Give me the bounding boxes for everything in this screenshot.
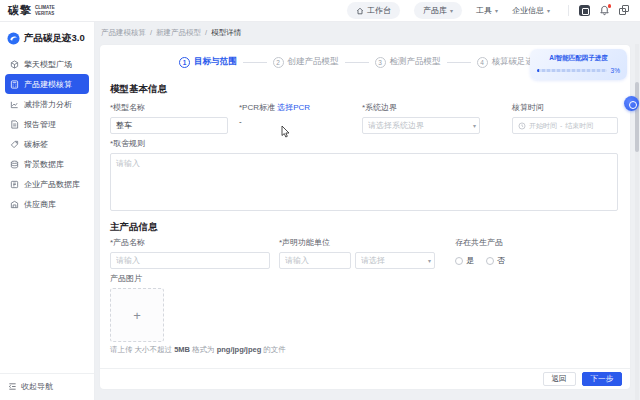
notification-bell-icon[interactable]	[599, 5, 610, 16]
nav-enterprise-info-label: 企业信息	[512, 5, 544, 16]
model-name-input[interactable]	[110, 117, 228, 134]
nav-tools[interactable]: 工具 ▾	[476, 5, 498, 16]
breadcrumb-item[interactable]: 新建产品模型	[156, 28, 201, 38]
main-content: 产品建模核算 / 新建产品模型 / 模型详情 1 目标与范围 2 创建产品模型 …	[95, 22, 640, 400]
cutoff-rule-textarea[interactable]	[110, 153, 618, 211]
carbon-label-icon	[10, 140, 19, 149]
sidebar-item-carbon-label[interactable]: 碳标签	[5, 134, 89, 154]
app-center-icon[interactable]	[579, 5, 590, 16]
sidebar-item-label: 减排潜力分析	[24, 99, 72, 110]
step-goal-scope[interactable]: 1 目标与范围	[179, 56, 237, 68]
app-logo-icon	[7, 32, 20, 45]
collapse-nav-button[interactable]: 收起导航	[0, 373, 94, 400]
product-name-input[interactable]	[110, 252, 270, 269]
system-boundary-select[interactable]: ▾	[362, 117, 480, 134]
sidebar-item-label: 报告管理	[24, 119, 56, 130]
step-label: 创建产品模型	[288, 56, 339, 68]
step-label: 检测产品模型	[390, 56, 441, 68]
radio-circle-icon	[486, 257, 494, 265]
step-check-model[interactable]: 3 检测产品模型	[375, 56, 441, 68]
nav-product-library[interactable]: 产品库 ▾	[414, 2, 462, 19]
enterprise-db-icon	[10, 180, 19, 189]
start-time-placeholder: 开始时间	[529, 121, 557, 131]
sidebar-menu: 擎天模型广场 产品建模核算 减排潜力分析 报告管理 碳标签 背景数据库 企业产品…	[0, 54, 94, 214]
sidebar-item-label: 擎天模型广场	[24, 59, 72, 70]
system-boundary-field: *系统边界 ▾	[362, 102, 480, 134]
sidebar-item-label: 企业产品数据库	[24, 179, 80, 190]
upload-hint: 请上传 大小不超过 5MB 格式为 png/jpg/jpeg 的文件	[110, 345, 286, 355]
accounting-time-label: 核算时间	[512, 102, 618, 113]
top-nav: 工作台 产品库 ▾ 工具 ▾ 企业信息 ▾	[347, 2, 640, 19]
model-detail-card: 1 目标与范围 2 创建产品模型 3 检测产品模型 4 核算碳足迹结果 AI智能…	[100, 45, 630, 389]
sidebar-item-product-modeling[interactable]: 产品建模核算	[5, 74, 89, 94]
end-time-placeholder: 结束时间	[565, 121, 593, 131]
nav-tools-label: 工具	[476, 5, 492, 16]
plus-icon: +	[133, 308, 141, 323]
system-boundary-select-input[interactable]	[362, 117, 480, 134]
sidebar: 产品碳足迹3.0 擎天模型广场 产品建模核算 减排潜力分析 报告管理 碳标签 背…	[0, 22, 95, 400]
next-step-button[interactable]: 下一步	[582, 372, 623, 386]
breadcrumb-separator: /	[150, 28, 152, 38]
chevron-down-icon: ▾	[495, 7, 498, 14]
logo-text-en: CLIMATEVERITAS	[35, 5, 55, 15]
sidebar-item-label: 产品建模核算	[24, 79, 72, 90]
functional-unit-label: *声明功能单位	[279, 237, 439, 248]
product-name-field: *产品名称	[110, 237, 270, 269]
coproduct-radio-yes[interactable]: 是	[455, 255, 474, 266]
coproduct-radio-no[interactable]: 否	[486, 255, 505, 266]
sidebar-item-report-management[interactable]: 报告管理	[5, 114, 89, 134]
notification-badge	[608, 4, 612, 8]
ai-factor-progress-panel[interactable]: AI智能匹配因子进度 3%	[530, 49, 627, 80]
date-range-picker[interactable]: 开始时间 - 结束时间	[512, 117, 618, 134]
modeling-calc-icon	[10, 80, 19, 89]
chevron-down-icon: ▾	[450, 7, 453, 14]
step-number: 2	[273, 57, 284, 68]
product-name-label: *产品名称	[110, 237, 270, 248]
section-title-basic-info: 模型基本信息	[110, 83, 167, 96]
sidebar-item-enterprise-product-database[interactable]: 企业产品数据库	[5, 174, 89, 194]
pcr-value: -	[239, 117, 242, 126]
cutoff-rule-label: *取舍规则	[110, 138, 618, 149]
product-image-label: 产品图片	[110, 273, 164, 284]
sidebar-item-model-market[interactable]: 擎天模型广场	[5, 54, 89, 74]
reduction-analysis-icon	[10, 100, 19, 109]
multi-window-icon[interactable]	[619, 5, 630, 16]
report-icon	[10, 120, 19, 129]
model-name-field: *模型名称	[110, 102, 228, 134]
sidebar-item-background-database[interactable]: 背景数据库	[5, 154, 89, 174]
logo-text-cn: 碳擎	[8, 3, 32, 18]
step-create-model[interactable]: 2 创建产品模型	[273, 56, 339, 68]
nav-workbench-label: 工作台	[367, 5, 391, 16]
section-title-product-info: 主产品信息	[110, 221, 158, 234]
back-button[interactable]: 返回	[543, 372, 576, 386]
collapse-nav-icon	[8, 382, 17, 391]
background-db-icon	[10, 160, 19, 169]
coproduct-label: 存在共生产品	[455, 237, 505, 248]
choose-pcr-link[interactable]: 选择PCR	[277, 103, 310, 112]
ai-progress-percent: 3%	[611, 67, 620, 74]
scrollbar-thumb[interactable]	[635, 82, 639, 152]
breadcrumb-item[interactable]: 产品建模核算	[101, 28, 146, 38]
assistant-fab[interactable]	[624, 96, 639, 111]
functional-unit-input[interactable]	[279, 252, 351, 269]
home-icon	[356, 7, 364, 15]
sidebar-item-supplier-library[interactable]: 供应商库	[5, 194, 89, 214]
pcr-field: *PCR标准 选择PCR -	[239, 102, 349, 126]
unit-select-input[interactable]	[355, 252, 435, 269]
nav-product-library-label: 产品库	[423, 5, 447, 16]
radio-yes-label: 是	[466, 255, 474, 266]
model-market-icon	[10, 60, 19, 69]
unit-select[interactable]: ▾	[355, 252, 435, 269]
sidebar-item-reduction-analysis[interactable]: 减排潜力分析	[5, 94, 89, 114]
image-upload-box[interactable]: +	[110, 288, 164, 342]
step-divider	[447, 62, 471, 63]
collapse-nav-label: 收起导航	[21, 381, 53, 392]
sidebar-item-label: 碳标签	[24, 139, 48, 150]
nav-enterprise-info[interactable]: 企业信息 ▾	[512, 5, 550, 16]
step-number: 4	[477, 57, 488, 68]
app-title: 产品碳足迹3.0	[24, 32, 85, 45]
step-divider	[243, 62, 267, 63]
sidebar-item-label: 背景数据库	[24, 159, 64, 170]
functional-unit-field: *声明功能单位 ▾	[279, 237, 439, 269]
nav-workbench[interactable]: 工作台	[347, 2, 400, 19]
